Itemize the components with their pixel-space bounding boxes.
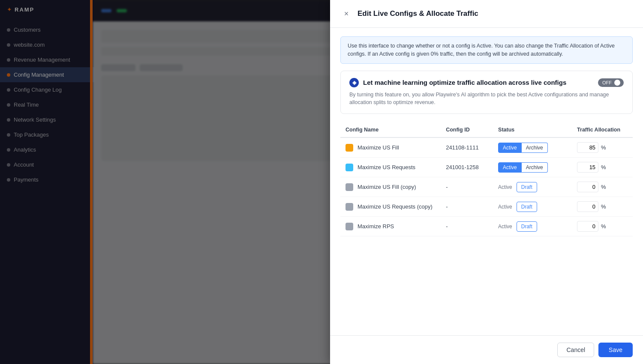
config-id-cell: -: [441, 217, 493, 236]
config-color-indicator: [346, 183, 353, 191]
percent-label: %: [601, 144, 606, 151]
config-color-indicator: [346, 164, 353, 171]
archive-button[interactable]: Archive: [522, 162, 548, 173]
percent-label: %: [601, 223, 606, 230]
ml-icon: ◈: [349, 78, 359, 87]
col-header-config-id: Config ID: [441, 122, 493, 137]
table-row: Maximize US Fill (copy) - Active Draft: [340, 177, 633, 197]
config-id-cell: -: [441, 177, 493, 197]
active-button[interactable]: Active: [498, 143, 522, 153]
traffic-allocation-input[interactable]: [577, 201, 598, 212]
traffic-allocation-input[interactable]: [577, 221, 598, 232]
ml-feature-header: ◈ Let machine learning optimize traffic …: [349, 78, 624, 87]
traffic-cell: %: [572, 177, 633, 197]
status-cell: Active Archive: [493, 158, 572, 177]
traffic-cell: %: [572, 217, 633, 236]
config-name-cell: Maximize RPS: [340, 217, 441, 236]
traffic-allocation-input[interactable]: [577, 142, 598, 153]
traffic-cell: %: [572, 197, 633, 217]
config-name: Maximize US Fill (copy): [358, 184, 416, 190]
table-row: Maximize US Requests (copy) - Active Dra…: [340, 197, 633, 217]
config-id-cell: 241001-1258: [441, 158, 493, 177]
save-button[interactable]: Save: [598, 343, 633, 357]
table-header-row: Config Name Config ID Status Traffic All…: [340, 122, 633, 137]
table-row: Maximize US Requests 241001-1258 Active …: [340, 158, 633, 177]
config-color-indicator: [346, 223, 353, 230]
config-id-cell: -: [441, 197, 493, 217]
modal-title: Edit Live Configs & Allocate Traffic: [358, 9, 478, 18]
archive-button[interactable]: Archive: [522, 143, 548, 153]
config-table: Config Name Config ID Status Traffic All…: [340, 122, 633, 236]
traffic-cell: %: [572, 158, 633, 177]
draft-button[interactable]: Draft: [517, 182, 537, 192]
draft-button[interactable]: Draft: [517, 202, 537, 212]
modal-footer: Cancel Save: [330, 335, 643, 364]
ml-feature-description: By turning this feature on, you allow Pl…: [349, 91, 624, 107]
active-text: Active: [498, 204, 512, 210]
config-color-indicator: [346, 144, 353, 152]
active-button[interactable]: Active: [498, 162, 522, 173]
modal-close-button[interactable]: ×: [340, 8, 352, 20]
ml-toggle[interactable]: OFF: [598, 78, 624, 87]
config-name-cell: Maximize US Fill (copy): [340, 177, 441, 197]
table-row: Maximize US Fill 241108-1111 Active Arch…: [340, 137, 633, 158]
config-color-indicator: [346, 203, 353, 211]
col-header-config-name: Config Name: [340, 122, 441, 137]
modal-header: × Edit Live Configs & Allocate Traffic: [330, 0, 643, 28]
traffic-cell: %: [572, 137, 633, 158]
config-name: Maximize US Requests: [358, 164, 415, 170]
table-row: Maximize RPS - Active Draft %: [340, 217, 633, 236]
modal-body: Use this interface to change whether or …: [330, 28, 643, 335]
cancel-button[interactable]: Cancel: [557, 343, 594, 357]
percent-label: %: [601, 203, 606, 210]
config-name: Maximize RPS: [358, 223, 394, 230]
col-header-status: Status: [493, 122, 572, 137]
traffic-allocation-input[interactable]: [577, 162, 598, 173]
config-name-cell: Maximize US Fill: [340, 137, 441, 158]
percent-label: %: [601, 184, 606, 190]
col-header-traffic: Traffic Allocation: [572, 122, 633, 137]
active-text: Active: [498, 224, 512, 230]
percent-label: %: [601, 164, 606, 170]
config-name-cell: Maximize US Requests: [340, 158, 441, 177]
config-name: Maximize US Fill: [358, 144, 399, 151]
edit-live-configs-modal: × Edit Live Configs & Allocate Traffic U…: [330, 0, 643, 364]
traffic-allocation-input[interactable]: [577, 182, 598, 192]
ml-feature-box: ◈ Let machine learning optimize traffic …: [340, 71, 633, 114]
config-id-cell: 241108-1111: [441, 137, 493, 158]
info-banner: Use this interface to change whether or …: [340, 36, 633, 64]
draft-button[interactable]: Draft: [517, 221, 537, 232]
toggle-circle: [614, 80, 620, 86]
config-name-cell: Maximize US Requests (copy): [340, 197, 441, 217]
status-cell: Active Draft: [493, 197, 572, 217]
config-name: Maximize US Requests (copy): [358, 203, 433, 210]
status-cell: Active Draft: [493, 177, 572, 197]
status-cell: Active Draft: [493, 217, 572, 236]
status-cell: Active Archive: [493, 137, 572, 158]
ml-feature-title: ◈ Let machine learning optimize traffic …: [349, 78, 566, 87]
active-text: Active: [498, 184, 512, 190]
